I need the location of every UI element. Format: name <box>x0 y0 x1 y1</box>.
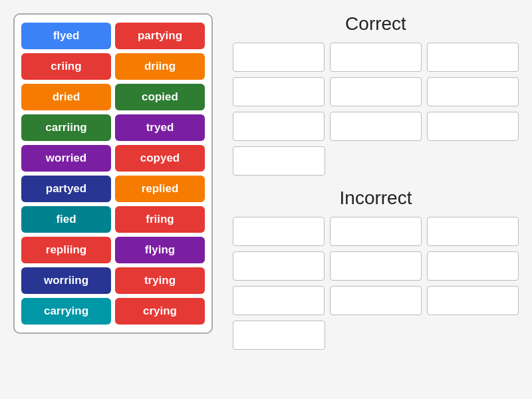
correct-drop-6[interactable] <box>427 77 519 106</box>
incorrect-grid-3 <box>233 286 519 315</box>
word-button[interactable]: crying <box>115 298 205 325</box>
incorrect-drop-6[interactable] <box>427 251 519 281</box>
word-button[interactable]: driing <box>115 53 205 80</box>
correct-grid-3 <box>233 112 519 141</box>
incorrect-grid-2 <box>233 251 519 281</box>
correct-grid-1 <box>233 43 519 72</box>
incorrect-drop-7[interactable] <box>233 286 325 315</box>
correct-drop-9[interactable] <box>427 112 519 141</box>
incorrect-drop-9[interactable] <box>427 286 519 315</box>
incorrect-drop-4[interactable] <box>233 251 325 281</box>
word-row: flyedpartying <box>21 23 205 49</box>
word-button[interactable]: copyed <box>115 145 205 172</box>
incorrect-single-row <box>233 321 519 350</box>
correct-drop-8[interactable] <box>330 112 422 141</box>
word-row: driedcopied <box>21 84 205 110</box>
word-button[interactable]: fied <box>21 206 111 233</box>
word-row: worriedcopyed <box>21 145 205 172</box>
word-button[interactable]: friing <box>115 206 205 233</box>
word-row: carriingtryed <box>21 114 205 141</box>
incorrect-drop-2[interactable] <box>330 217 422 246</box>
correct-single-row <box>233 146 519 176</box>
word-list-panel: flyedpartyingcriingdriingdriedcopiedcarr… <box>13 13 213 334</box>
correct-drop-7[interactable] <box>233 112 325 141</box>
word-button[interactable]: carrying <box>21 298 111 325</box>
word-button[interactable]: carriing <box>21 114 111 141</box>
incorrect-drop-5[interactable] <box>330 251 422 281</box>
word-button[interactable]: criing <box>21 53 111 80</box>
incorrect-drop-8[interactable] <box>330 286 422 315</box>
word-button[interactable]: tryed <box>115 114 205 141</box>
word-row: fiedfriing <box>21 206 205 233</box>
word-row: repliingflying <box>21 237 205 263</box>
answer-panel: Correct Incorrect <box>233 13 519 350</box>
correct-title: Correct <box>233 13 519 35</box>
word-row: criingdriing <box>21 53 205 80</box>
correct-drop-4[interactable] <box>233 77 325 106</box>
incorrect-drop-3[interactable] <box>427 217 519 246</box>
word-button[interactable]: trying <box>115 267 205 294</box>
incorrect-drop-1[interactable] <box>233 217 325 246</box>
incorrect-grid-1 <box>233 217 519 246</box>
correct-drop-2[interactable] <box>330 43 422 72</box>
word-row: partyedreplied <box>21 176 205 202</box>
word-button[interactable]: worried <box>21 145 111 172</box>
word-button[interactable]: flyed <box>21 23 111 49</box>
word-button[interactable]: repliing <box>21 237 111 263</box>
word-row: carryingcrying <box>21 298 205 325</box>
correct-drop-3[interactable] <box>427 43 519 72</box>
word-button[interactable]: dried <box>21 84 111 110</box>
correct-drop-10[interactable] <box>233 146 325 176</box>
word-button[interactable]: replied <box>115 176 205 202</box>
word-button[interactable]: flying <box>115 237 205 263</box>
incorrect-drop-10[interactable] <box>233 321 325 350</box>
word-button[interactable]: partyed <box>21 176 111 202</box>
word-button[interactable]: partying <box>115 23 205 49</box>
word-row: worriingtrying <box>21 267 205 294</box>
correct-grid-2 <box>233 77 519 106</box>
word-button[interactable]: worriing <box>21 267 111 294</box>
incorrect-title: Incorrect <box>233 188 519 209</box>
correct-drop-5[interactable] <box>330 77 422 106</box>
correct-drop-1[interactable] <box>233 43 325 72</box>
word-button[interactable]: copied <box>115 84 205 110</box>
